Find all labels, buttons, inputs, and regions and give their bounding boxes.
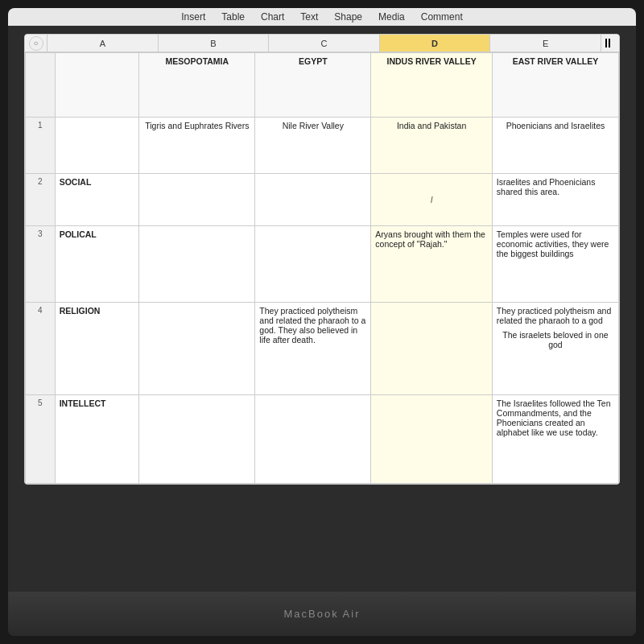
table-row-4: 4 RELIGION They practiced polytheism and… <box>26 303 619 395</box>
row3-col-e[interactable]: Temples were used for economic activitie… <box>492 226 618 303</box>
table-row-2: 2 SOCIAL I Israelites and Phoenicians sh… <box>26 174 619 226</box>
menu-item-table[interactable]: Table <box>221 11 245 23</box>
row1-col-b[interactable]: Tigris and Euphrates Rivers <box>139 118 255 174</box>
row5-col-b[interactable] <box>139 395 255 484</box>
macbook-bar: MacBook Air <box>8 592 636 636</box>
row-num-2: 2 <box>26 174 56 226</box>
col-header-a[interactable]: A <box>47 35 159 52</box>
row-num-5: 5 <box>26 395 56 484</box>
row2-col-e[interactable]: Israelites and Phoenicians shared this a… <box>492 174 618 226</box>
table-row-3: 3 POLICAL Aryans brought with them the c… <box>26 226 619 303</box>
row3-col-b[interactable] <box>139 226 255 303</box>
table-row-5: 5 INTELLECT The Israelites followed the … <box>26 395 619 484</box>
menu-item-comment[interactable]: Comment <box>421 11 463 23</box>
header-col-a <box>55 53 139 118</box>
row2-col-b[interactable] <box>139 174 255 226</box>
row-num-1: 1 <box>26 118 56 174</box>
header-col-c[interactable]: EGYPT <box>255 53 371 118</box>
row1-col-d[interactable]: India and Pakistan <box>371 118 493 174</box>
row2-col-a[interactable]: SOCIAL <box>55 174 139 226</box>
row-num-4: 4 <box>26 303 56 395</box>
menu-item-text[interactable]: Text <box>300 11 318 23</box>
corner-cell: ○ <box>25 35 47 52</box>
header-col-e[interactable]: EAST RIVER VALLEY <box>492 53 618 118</box>
row1-col-a[interactable] <box>55 118 139 174</box>
row-num-header <box>26 53 56 118</box>
row4-col-c[interactable]: They practiced polytheism and related th… <box>255 303 371 395</box>
col-header-c[interactable]: C <box>269 35 380 52</box>
row2-col-c[interactable] <box>255 174 371 226</box>
menu-bar: Insert Table Chart Text Shape Media Comm… <box>8 8 636 26</box>
menu-item-shape[interactable]: Shape <box>334 11 362 23</box>
header-col-d[interactable]: INDUS RIVER VALLEY <box>371 53 493 118</box>
row5-col-a[interactable]: INTELLECT <box>55 395 139 484</box>
spreadsheet: ○ A B C D E ⏸ MESOPOTAMIA EGYPT IN <box>24 34 620 485</box>
row4-e-text1: They practiced polytheism and related th… <box>497 306 614 325</box>
table-header-row: MESOPOTAMIA EGYPT INDUS RIVER VALLEY EAS… <box>26 53 619 118</box>
table-row-1: 1 Tigris and Euphrates Rivers Nile River… <box>26 118 619 174</box>
row3-col-d[interactable]: Aryans brought with them the concept of … <box>371 226 493 303</box>
row4-col-e[interactable]: They practiced polytheism and related th… <box>492 303 618 395</box>
circle-button[interactable]: ○ <box>29 36 43 51</box>
row4-col-a[interactable]: RELIGION <box>55 303 139 395</box>
row1-col-c[interactable]: Nile River Valley <box>255 118 371 174</box>
row3-col-a[interactable]: POLICAL <box>55 226 139 303</box>
row4-col-d[interactable] <box>371 303 493 395</box>
row1-col-e[interactable]: Phoenicians and Israelites <box>492 118 618 174</box>
col-header-end: ⏸ <box>601 36 619 51</box>
data-table: MESOPOTAMIA EGYPT INDUS RIVER VALLEY EAS… <box>25 52 619 484</box>
row5-col-d[interactable] <box>371 395 493 484</box>
column-header-row: ○ A B C D E ⏸ <box>25 35 619 52</box>
menu-item-media[interactable]: Media <box>378 11 405 23</box>
row2-col-d[interactable]: I <box>371 174 493 226</box>
col-header-b[interactable]: B <box>159 35 270 52</box>
menu-item-chart[interactable]: Chart <box>261 11 284 23</box>
row3-col-c[interactable] <box>255 226 371 303</box>
col-header-e[interactable]: E <box>490 35 601 52</box>
row5-col-e[interactable]: The Israelites followed the Ten Commandm… <box>492 395 618 484</box>
row5-col-c[interactable] <box>255 395 371 484</box>
row-num-3: 3 <box>26 226 56 303</box>
row4-e-text2: The israelets beloved in one god <box>497 330 614 349</box>
macbook-label: MacBook Air <box>284 608 361 620</box>
col-header-d[interactable]: D <box>380 35 491 52</box>
header-col-b[interactable]: MESOPOTAMIA <box>139 53 255 118</box>
row4-col-b[interactable] <box>139 303 255 395</box>
menu-item-insert[interactable]: Insert <box>181 11 205 23</box>
